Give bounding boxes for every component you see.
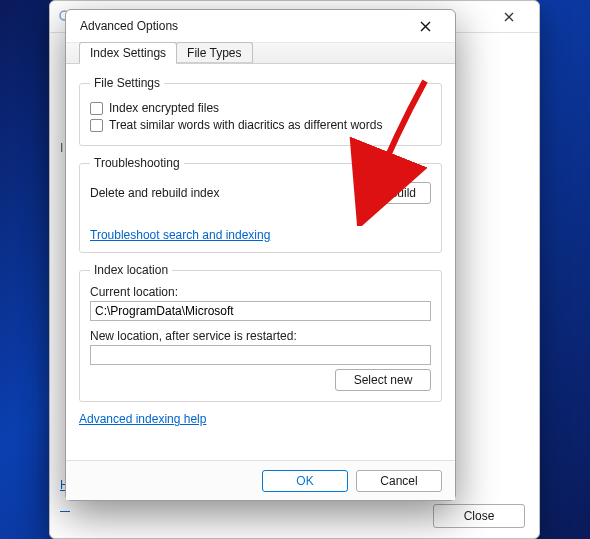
close-icon: [504, 12, 514, 22]
dlg-content: File Settings Index encrypted files Trea…: [66, 64, 455, 460]
rebuild-button[interactable]: Rebuild: [360, 182, 431, 204]
help-link-label: Advanced indexing help: [79, 412, 206, 426]
select-new-button[interactable]: Select new: [335, 369, 431, 391]
ok-label: OK: [296, 474, 313, 488]
bg-close-button[interactable]: [487, 1, 531, 32]
troubleshooting-group: Troubleshooting Delete and rebuild index…: [79, 156, 442, 253]
checkbox-index-encrypted[interactable]: [90, 102, 103, 115]
ok-button[interactable]: OK: [262, 470, 348, 492]
tab-strip: Index Settings File Types: [66, 42, 455, 64]
cancel-label: Cancel: [380, 474, 417, 488]
new-location-label: New location, after service is restarted…: [90, 329, 431, 343]
bg-link-fragment: [60, 511, 70, 512]
tab-index-settings[interactable]: Index Settings: [79, 42, 177, 64]
row-diacritics: Treat similar words with diacritics as d…: [90, 118, 431, 132]
troubleshoot-link-label: Troubleshoot search and indexing: [90, 228, 270, 242]
bg-close-btn-label: Close: [464, 509, 495, 523]
checkbox-diacritics[interactable]: [90, 119, 103, 132]
file-settings-legend: File Settings: [90, 76, 164, 90]
rebuild-button-label: Rebuild: [375, 186, 416, 200]
dlg-footer: OK Cancel: [66, 460, 455, 500]
file-settings-group: File Settings Index encrypted files Trea…: [79, 76, 442, 146]
tab-file-types[interactable]: File Types: [176, 42, 252, 63]
tab-label: Index Settings: [90, 46, 166, 60]
advanced-indexing-help-link[interactable]: Advanced indexing help: [79, 412, 206, 426]
new-location-field[interactable]: [90, 345, 431, 365]
troubleshooting-legend: Troubleshooting: [90, 156, 184, 170]
select-new-label: Select new: [354, 373, 413, 387]
current-location-field[interactable]: [90, 301, 431, 321]
dlg-close-button[interactable]: [405, 10, 445, 42]
label-diacritics: Treat similar words with diacritics as d…: [109, 118, 382, 132]
dlg-titlebar: Advanced Options: [66, 10, 455, 42]
troubleshoot-link[interactable]: Troubleshoot search and indexing: [90, 228, 270, 242]
index-location-group: Index location Current location: New loc…: [79, 263, 442, 402]
index-location-legend: Index location: [90, 263, 172, 277]
label-index-encrypted: Index encrypted files: [109, 101, 219, 115]
current-location-label: Current location:: [90, 285, 431, 299]
bg-side-label: I: [60, 141, 63, 155]
rebuild-label: Delete and rebuild index: [90, 186, 219, 200]
close-icon: [420, 21, 431, 32]
row-index-encrypted: Index encrypted files: [90, 101, 431, 115]
bg-close-btn[interactable]: Close: [433, 504, 525, 528]
advanced-options-dialog: Advanced Options Index Settings File Typ…: [65, 9, 456, 501]
cancel-button[interactable]: Cancel: [356, 470, 442, 492]
dlg-title: Advanced Options: [80, 19, 178, 33]
rebuild-row: Delete and rebuild index Rebuild: [90, 182, 431, 204]
tab-label: File Types: [187, 46, 241, 60]
